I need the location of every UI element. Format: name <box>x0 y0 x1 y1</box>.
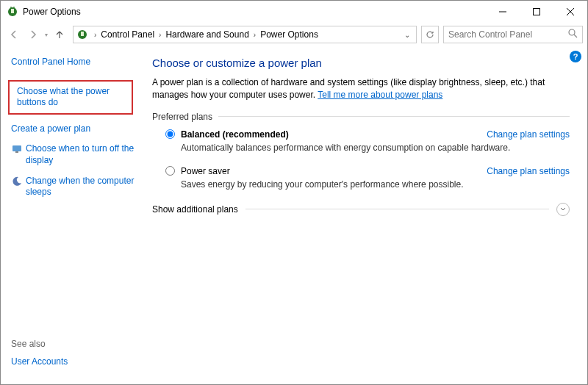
control-panel-home-link[interactable]: Control Panel Home <box>11 57 135 68</box>
breadcrumb-separator[interactable]: › <box>251 31 259 39</box>
plan-name: Power saver <box>181 166 487 176</box>
main-content: ? Choose or customize a power plan A pow… <box>142 46 587 384</box>
breadcrumb-hardware-sound[interactable]: Hardware and Sound <box>164 29 250 40</box>
svg-rect-3 <box>534 9 540 15</box>
power-options-icon <box>76 29 88 40</box>
sidebar: Control Panel Home Choose what the power… <box>1 46 142 384</box>
page-description: A power plan is a collection of hardware… <box>152 76 570 101</box>
sidebar-link-sleep[interactable]: Change when the computer sleeps <box>11 176 135 198</box>
change-plan-settings-link[interactable]: Change plan settings <box>487 129 570 140</box>
breadcrumb-control-panel[interactable]: Control Panel <box>99 29 156 40</box>
svg-rect-7 <box>81 32 84 36</box>
plan-description: Automatically balances performance with … <box>181 143 570 153</box>
sidebar-link-label: Create a power plan <box>11 123 90 135</box>
tell-me-more-link[interactable]: Tell me more about power plans <box>318 90 442 100</box>
window-title: Power Options <box>23 7 486 17</box>
plan-radio-balanced[interactable] <box>165 129 175 139</box>
close-button[interactable] <box>553 1 587 23</box>
preferred-plans-label: Preferred plans <box>152 112 570 122</box>
change-plan-settings-link[interactable]: Change plan settings <box>487 166 570 176</box>
plan-power-saver: Power saver Change plan settings Saves e… <box>165 166 570 190</box>
up-button[interactable] <box>51 26 68 43</box>
recent-locations-dropdown[interactable]: ▾ <box>45 32 48 38</box>
address-dropdown[interactable]: ⌄ <box>401 31 413 39</box>
breadcrumb-separator[interactable]: › <box>156 31 164 39</box>
titlebar: Power Options <box>1 1 587 23</box>
sidebar-link-label: Choose when to turn off the display <box>26 143 135 166</box>
svg-point-8 <box>569 29 575 35</box>
minimize-button[interactable] <box>486 1 520 23</box>
see-also-label: See also <box>11 339 135 349</box>
address-bar[interactable]: › Control Panel › Hardware and Sound › P… <box>73 26 417 43</box>
search-box[interactable] <box>443 26 583 43</box>
show-additional-plans[interactable]: Show additional plans <box>152 203 570 216</box>
search-input[interactable] <box>448 29 568 40</box>
sidebar-link-label: Change when the computer sleeps <box>26 176 135 198</box>
sidebar-link-user-accounts[interactable]: User Accounts <box>11 356 135 368</box>
svg-rect-10 <box>12 145 21 151</box>
chevron-down-icon[interactable] <box>556 203 570 216</box>
show-additional-label: Show additional plans <box>152 204 238 215</box>
help-icon[interactable]: ? <box>570 51 581 62</box>
plan-name: Balanced (recommended) <box>181 129 487 140</box>
breadcrumb-power-options[interactable]: Power Options <box>259 29 320 40</box>
sidebar-link-create-plan[interactable]: Create a power plan <box>11 123 135 135</box>
sidebar-link-turn-off-display[interactable]: Choose when to turn off the display <box>11 143 135 166</box>
svg-line-9 <box>574 35 577 37</box>
divider <box>218 116 570 117</box>
maximize-button[interactable] <box>520 1 553 23</box>
page-title: Choose or customize a power plan <box>152 57 570 69</box>
svg-rect-1 <box>11 9 14 13</box>
breadcrumb-separator[interactable]: › <box>91 31 99 39</box>
plan-balanced: Balanced (recommended) Change plan setti… <box>165 129 570 153</box>
forward-button[interactable] <box>24 26 42 43</box>
moon-icon <box>11 176 23 187</box>
plan-radio-power-saver[interactable] <box>165 166 175 176</box>
divider <box>245 209 549 209</box>
refresh-button[interactable] <box>421 26 439 43</box>
svg-rect-11 <box>15 151 18 153</box>
search-icon[interactable] <box>568 29 578 40</box>
power-options-icon <box>7 6 18 18</box>
sidebar-link-label: Choose what the power buttons do <box>17 86 124 109</box>
display-icon <box>11 143 23 155</box>
plan-description: Saves energy by reducing your computer's… <box>181 179 570 190</box>
sidebar-link-power-buttons[interactable]: Choose what the power buttons do <box>8 80 133 115</box>
navbar: ▾ › Control Panel › Hardware and Sound ›… <box>1 23 587 46</box>
back-button[interactable] <box>5 26 23 43</box>
